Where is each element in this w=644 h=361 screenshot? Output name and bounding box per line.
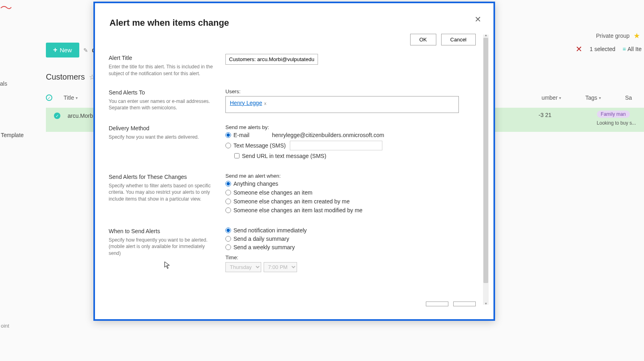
daily-radio[interactable] — [225, 236, 231, 242]
immediately-radio[interactable] — [225, 228, 231, 233]
chevron-down-icon: ▾ — [599, 96, 601, 100]
modified-by-me-radio[interactable] — [225, 207, 231, 213]
list-title: Customers — [46, 72, 85, 82]
ok-button-bottom[interactable] — [426, 302, 448, 306]
mouse-cursor-icon — [164, 261, 171, 271]
plus-icon: + — [53, 46, 58, 54]
chevron-down-icon: ▾ — [559, 96, 561, 100]
users-input[interactable]: Henry Legge x — [225, 96, 459, 113]
column-sa[interactable]: Sa — [625, 94, 632, 101]
frequency-label: When to Send Alerts — [109, 228, 217, 234]
user-token[interactable]: Henry Legge — [230, 100, 262, 106]
nav-item-template[interactable]: Template — [1, 132, 24, 138]
row-number-value: -3 21 — [539, 112, 551, 118]
created-by-me-radio[interactable] — [225, 199, 231, 204]
footer-text: oint — [1, 323, 9, 329]
column-number[interactable]: umber ▾ — [542, 94, 561, 101]
close-button[interactable]: ✕ — [475, 14, 481, 24]
remove-user-icon[interactable]: x — [263, 101, 266, 106]
alert-title-input[interactable] — [225, 54, 318, 65]
edit-icon[interactable]: ✎ — [83, 47, 88, 53]
scrollbar[interactable]: ▴ ▾ — [483, 35, 489, 305]
new-button-label: New — [60, 47, 72, 53]
time-select[interactable]: 7:00 PM — [264, 262, 297, 272]
weekly-radio[interactable] — [225, 244, 231, 250]
created-by-me-label: Someone else changes an item created by … — [233, 198, 350, 205]
changes-desc: Specify whether to filter alerts based o… — [109, 183, 217, 203]
selection-count: 1 selected — [590, 46, 615, 52]
changes-label: Send Alerts for These Changes — [109, 174, 217, 180]
send-to-label: Send Alerts To — [109, 89, 217, 96]
tag-pill: Family man — [597, 111, 630, 118]
app-logo — [0, 4, 12, 12]
ok-button[interactable]: OK — [410, 34, 436, 45]
alert-title-desc: Enter the title for this alert. This is … — [109, 64, 217, 77]
nav-item-partial: als — [0, 80, 7, 87]
clear-selection-icon[interactable]: ✕ — [576, 44, 582, 54]
chevron-down-icon: ▾ — [76, 96, 78, 100]
alert-when-label: Send me an alert when: — [225, 173, 475, 179]
frequency-desc: Specify how frequently you want to be al… — [109, 237, 217, 257]
scroll-up-icon[interactable]: ▴ — [483, 33, 489, 38]
email-option-label: E-mail — [233, 132, 250, 138]
delivery-desc: Specify how you want the alerts delivere… — [109, 134, 217, 141]
time-label: Time: — [225, 254, 475, 260]
day-select[interactable]: Thursday — [225, 262, 261, 272]
users-label: Users: — [225, 88, 475, 94]
sms-option-label: Text Message (SMS) — [233, 142, 286, 149]
email-address: henrylegge@citizenbuilders.onmicrosoft.c… — [272, 132, 384, 138]
list-icon: ≡ — [623, 46, 626, 52]
column-tags[interactable]: Tags ▾ — [585, 94, 601, 101]
view-selector[interactable]: ≡ All Ite — [623, 46, 642, 52]
someone-else-radio[interactable] — [225, 190, 231, 195]
url-sms-label: Send URL in text message (SMS) — [242, 153, 326, 159]
anything-changes-radio[interactable] — [225, 181, 231, 187]
private-group-label: Private group — [596, 33, 630, 39]
alert-title-label: Alert Title — [109, 55, 217, 61]
column-title[interactable]: Title ▾ — [64, 94, 78, 101]
scroll-down-icon[interactable]: ▾ — [483, 302, 489, 306]
new-button[interactable]: + New — [46, 43, 79, 57]
email-radio[interactable] — [225, 132, 231, 138]
modified-by-me-label: Someone else changes an item last modifi… — [233, 207, 363, 213]
daily-label: Send a daily summary — [233, 236, 289, 242]
send-by-label: Send me alerts by: — [225, 124, 475, 130]
sms-number-input[interactable] — [290, 141, 382, 150]
immediately-label: Send notification immediately — [233, 227, 307, 234]
alert-modal: Alert me when items change ✕ ▴ ▾ OK Canc… — [93, 2, 495, 321]
select-all-checkbox[interactable]: ✓ — [46, 94, 52, 101]
weekly-label: Send a weekly summary — [233, 244, 295, 250]
modal-title: Alert me when items change — [109, 18, 229, 28]
cancel-button[interactable]: Cancel — [441, 34, 476, 45]
row-checkbox[interactable]: ✓ — [54, 113, 60, 119]
sms-radio[interactable] — [225, 143, 231, 148]
delivery-label: Delivery Method — [109, 125, 217, 131]
star-icon[interactable]: ★ — [634, 31, 640, 40]
scroll-thumb[interactable] — [483, 38, 488, 283]
send-to-desc: You can enter user names or e-mail addre… — [109, 98, 217, 112]
anything-changes-label: Anything changes — [233, 180, 278, 187]
someone-else-label: Someone else changes an item — [233, 189, 312, 196]
url-sms-checkbox[interactable] — [234, 153, 239, 158]
cancel-button-bottom[interactable] — [453, 302, 476, 306]
tag-text: Looking to buy s... — [597, 120, 636, 126]
